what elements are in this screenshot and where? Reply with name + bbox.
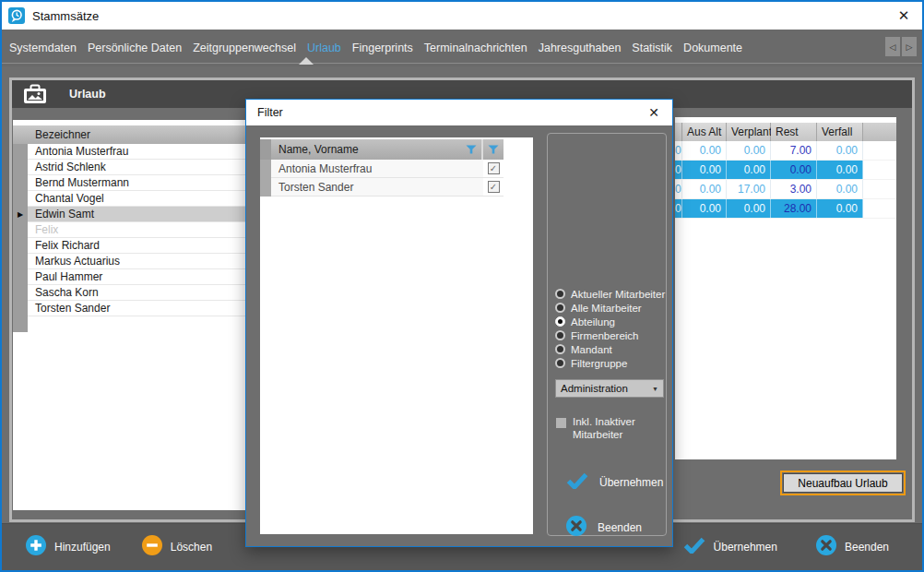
employee-name: Felix	[28, 222, 258, 238]
briefcase-icon	[23, 84, 47, 104]
dialog-uebernehmen-button[interactable]: Übernehmen	[566, 472, 666, 492]
cell-verfall: 0.00	[817, 141, 863, 160]
neuaufbau-urlaub-focus-frame: Neuaufbau Urlaub	[780, 471, 906, 495]
tab-zeitgruppenwechsel[interactable]: Zeitgruppenwechsel	[193, 42, 296, 54]
employee-row[interactable]: Sascha Korn	[13, 285, 258, 301]
hinzufuegen-button[interactable]: Hinzufügen	[26, 535, 111, 559]
employee-row[interactable]: Markus Actuarius	[13, 254, 258, 269]
radio-abteilung-selected[interactable]: Abteilung	[555, 315, 666, 328]
panel-title: Urlaub	[69, 88, 106, 101]
vacation-row-selected[interactable]: 0 0.00 0.00 0.00 0.00	[675, 161, 896, 180]
employee-row[interactable]: Torsten Sander	[13, 301, 258, 316]
inkl-inaktiver-checkbox-row[interactable]: Inkl. Inaktiver Mitarbeiter	[555, 416, 666, 441]
active-tab-caret	[299, 57, 314, 65]
filter-row-name: Antonia Musterfrau	[271, 160, 483, 178]
row-checkbox-checked[interactable]: ✓	[488, 162, 500, 174]
tab-urlaub[interactable]: Urlaub	[307, 42, 341, 54]
employee-row-selected[interactable]: ▶Edwin Samt	[13, 207, 258, 222]
cell-verplant: 0.00	[727, 199, 771, 218]
tab-statistik[interactable]: Statistik	[632, 42, 672, 54]
tab-jahresguthaben[interactable]: Jahresguthaben	[539, 42, 622, 54]
cell-rest: 0.00	[771, 161, 817, 179]
tab-fingerprints[interactable]: Fingerprints	[352, 42, 413, 54]
radio-mandant[interactable]: Mandant	[555, 342, 666, 356]
employee-row[interactable]: Chantal Vogel	[13, 191, 258, 207]
radio-aktueller-mitarbeiter[interactable]: Aktueller Mitarbeiter	[555, 287, 666, 301]
vacation-row[interactable]: 0 0.00 17.00 3.00 0.00	[675, 180, 896, 199]
radio-alle-mitarbeiter[interactable]: Alle Mitarbeiter	[555, 301, 666, 315]
tab-terminalnachrichten[interactable]: Terminalnachrichten	[424, 42, 527, 54]
filter-column-header[interactable]: Name, Vorname	[271, 139, 483, 160]
radio-icon	[555, 344, 565, 354]
close-circle-icon	[816, 535, 836, 559]
employee-name: Sascha Korn	[28, 285, 258, 301]
neuaufbau-urlaub-button[interactable]: Neuaufbau Urlaub	[783, 473, 903, 493]
current-row-marker-icon: ▶	[13, 207, 28, 222]
column-header-verfall[interactable]: Verfall	[817, 123, 863, 141]
employee-list: Bezeichner Antonia Musterfrau Astrid Sch…	[13, 120, 258, 510]
filter-dialog-close-button[interactable]: ✕	[643, 100, 665, 125]
dialog-beenden-button[interactable]: Beenden	[566, 516, 666, 539]
row-checkbox-checked[interactable]: ✓	[488, 181, 500, 193]
employee-row[interactable]: Astrid Schlenk	[13, 160, 258, 175]
radio-icon	[555, 330, 565, 340]
employee-row-empty	[13, 316, 258, 332]
filter-dialog: Filter ✕ Name, Vorname	[245, 99, 673, 547]
cell-aus-alt: 0.00	[682, 141, 727, 160]
employee-name: Astrid Schlenk	[28, 160, 258, 175]
filter-row-name: Torsten Sander	[271, 178, 483, 197]
employee-list-header[interactable]: Bezeichner	[13, 125, 258, 144]
radio-filtergruppe[interactable]: Filtergruppe	[555, 356, 666, 370]
plus-circle-icon	[26, 535, 46, 559]
abteilung-dropdown[interactable]: Administration ▼	[555, 379, 664, 398]
employee-name: Chantal Vogel	[28, 191, 258, 207]
filter-dialog-title: Filter	[257, 106, 283, 119]
employee-name: Antonia Musterfrau	[28, 144, 258, 160]
tab-scroll-right-button[interactable]: ▷	[902, 37, 917, 56]
window-title: Stammsätze	[32, 9, 99, 23]
employee-name: Bernd Mustermann	[28, 175, 258, 191]
employee-name: Paul Hammer	[28, 269, 258, 285]
tab-dokumente[interactable]: Dokumente	[683, 42, 742, 54]
tab-scroll-left-button[interactable]: ◁	[885, 37, 900, 56]
employee-row[interactable]: Felix Richard	[13, 238, 258, 254]
beenden-button[interactable]: Beenden	[816, 535, 889, 559]
filter-checkbox-column-header[interactable]	[483, 139, 503, 160]
cell-verplant: 0.00	[727, 161, 771, 179]
employee-row[interactable]: Bernd Mustermann	[13, 175, 258, 191]
window-close-button[interactable]: ✕	[891, 2, 917, 30]
filter-employee-list: Name, Vorname Antonia Musterfrau ✓	[260, 137, 533, 534]
cell-rest: 3.00	[771, 180, 817, 198]
column-header-verplant[interactable]: Verplant	[727, 123, 771, 141]
filter-list-row[interactable]: Antonia Musterfrau ✓	[260, 160, 533, 178]
employee-name: Markus Actuarius	[28, 254, 258, 269]
filter-options-groupbox: Aktueller Mitarbeiter Alle Mitarbeiter A…	[547, 133, 667, 536]
column-header-rest[interactable]: Rest	[771, 123, 817, 141]
cell-aus-alt: 0.00	[682, 161, 727, 179]
radio-firmenbereich[interactable]: Firmenbereich	[555, 328, 666, 342]
cell-rest: 7.00	[771, 141, 817, 160]
checkbox-unchecked-icon[interactable]	[555, 417, 567, 429]
column-header-aus-alt[interactable]: Aus Alt	[682, 123, 727, 141]
vacation-row-selected[interactable]: 0 0.00 0.00 28.00 0.00	[675, 199, 896, 219]
tab-systemdaten[interactable]: Systemdaten	[9, 42, 77, 54]
app-logo-icon	[8, 7, 25, 24]
check-icon	[683, 537, 705, 557]
cell-aus-alt: 0.00	[682, 180, 727, 198]
cell-rest: 28.00	[771, 199, 817, 218]
close-circle-icon	[566, 516, 586, 539]
filter-list-row[interactable]: Torsten Sander ✓	[260, 178, 533, 197]
employee-row[interactable]: Paul Hammer	[13, 269, 258, 285]
loeschen-button[interactable]: Löschen	[142, 535, 212, 559]
employee-row-inactive[interactable]: Felix	[13, 222, 258, 238]
filter-funnel-icon[interactable]	[488, 141, 499, 158]
tab-persoenliche-daten[interactable]: Persönliche Daten	[88, 42, 182, 54]
cell-verplant: 17.00	[727, 180, 771, 198]
uebernehmen-button[interactable]: Übernehmen	[683, 537, 777, 557]
cell-aus-alt: 0.00	[682, 199, 727, 218]
vacation-row[interactable]: 0 0.00 0.00 7.00 0.00	[675, 141, 896, 161]
employee-row[interactable]: Antonia Musterfrau	[13, 144, 258, 160]
employee-name: Felix Richard	[28, 238, 258, 254]
filter-funnel-icon[interactable]	[466, 145, 477, 154]
tab-bar: Systemdaten Persönliche Daten Zeitgruppe…	[2, 30, 922, 66]
